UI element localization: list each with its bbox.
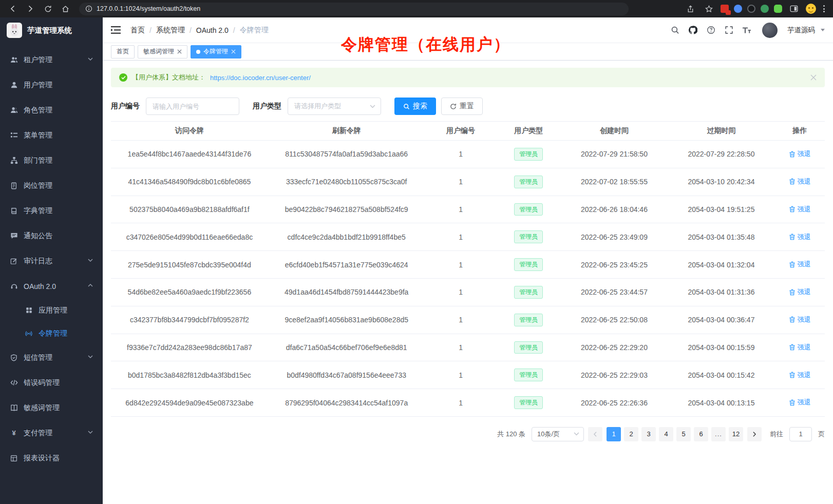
- access-token-cell: 41c41346a548490f9dc8b01c6bfe0865: [111, 168, 268, 196]
- chevron-up-icon: [88, 284, 93, 289]
- sidebar-item-label: 字典管理: [24, 206, 93, 216]
- user-type-badge: 管理员: [514, 396, 543, 409]
- back-icon[interactable]: [6, 2, 20, 15]
- breadcrumb-item[interactable]: 首页: [130, 26, 145, 35]
- sidebar-item-oauth2-token[interactable]: 令牌管理: [0, 322, 103, 345]
- sidebar-item-sensitive-word[interactable]: 敏感词管理: [0, 395, 103, 420]
- next-page-button[interactable]: [747, 427, 762, 441]
- extension-icon[interactable]: [761, 5, 769, 13]
- prev-page-button[interactable]: [588, 427, 602, 441]
- page-size-select[interactable]: 10条/页: [532, 427, 584, 441]
- sidebar-item-role[interactable]: 角色管理: [0, 98, 103, 123]
- sidebar-item-post[interactable]: 岗位管理: [0, 173, 103, 198]
- reload-icon[interactable]: [41, 2, 54, 15]
- access-token-cell: c347026e805e4d99b0d116eae66eda8c: [111, 223, 268, 251]
- app-title: 芋道管理系统: [27, 26, 72, 35]
- user-id-input[interactable]: [146, 98, 239, 115]
- sidebar-item-report-designer[interactable]: 报表设计器: [0, 445, 103, 471]
- force-logout-button[interactable]: 强退: [789, 232, 811, 242]
- force-logout-button[interactable]: 强退: [789, 177, 811, 186]
- browser-toolbar: 127.0.0.1:1024/system/oauth2/token: [0, 0, 833, 17]
- dept-tree-icon: [10, 157, 18, 165]
- goto-page-input[interactable]: [789, 427, 812, 441]
- split-view-icon[interactable]: [787, 2, 801, 15]
- pagination-page-button[interactable]: 6: [694, 427, 708, 441]
- search-icon[interactable]: [670, 26, 679, 35]
- tab-token[interactable]: 令牌管理: [191, 45, 241, 59]
- sidebar-item-sms[interactable]: 短信管理: [0, 345, 103, 370]
- user-id-cell: 1: [425, 361, 497, 389]
- alert-doc-link[interactable]: https://doc.iocoder.cn/user-center/: [210, 74, 311, 82]
- user-type-cell: 管理员: [497, 196, 561, 223]
- extension-icon[interactable]: [747, 5, 755, 13]
- expires-at-cell: 2054-03-10 20:42:34: [668, 168, 775, 196]
- force-logout-button[interactable]: 强退: [789, 371, 811, 380]
- sidebar-item-oauth2[interactable]: OAuth 2.0: [0, 274, 103, 299]
- sidebar-item-error-code[interactable]: 错误码管理: [0, 370, 103, 395]
- extensions-puzzle-icon[interactable]: [774, 5, 782, 13]
- browser-profile-avatar[interactable]: [806, 4, 816, 14]
- tab-home[interactable]: 首页: [111, 45, 135, 59]
- pagination-page-button[interactable]: 3: [641, 427, 656, 441]
- user-type-badge: 管理员: [514, 148, 543, 161]
- sidebar-item-pay[interactable]: ¥ 支付管理: [0, 420, 103, 445]
- user-avatar[interactable]: [762, 23, 778, 38]
- close-icon[interactable]: [231, 49, 236, 54]
- breadcrumb-item[interactable]: 系统管理: [156, 26, 185, 35]
- site-info-icon[interactable]: [85, 5, 92, 12]
- github-icon[interactable]: [688, 26, 697, 35]
- sidebar-item-oauth2-app[interactable]: 应用管理: [0, 299, 103, 322]
- address-bar[interactable]: 127.0.0.1:1024/system/oauth2/token: [79, 3, 629, 15]
- sidebar-item-dict[interactable]: 字典管理: [0, 198, 103, 223]
- font-size-icon[interactable]: [742, 26, 751, 35]
- user-name[interactable]: 芋道源码: [787, 26, 815, 35]
- close-icon[interactable]: [810, 74, 817, 81]
- force-logout-button[interactable]: 强退: [789, 287, 811, 297]
- extension-icon[interactable]: [721, 5, 729, 13]
- tab-sensitive-word[interactable]: 敏感词管理: [138, 45, 187, 59]
- pagination-page-button[interactable]: 4: [659, 427, 673, 441]
- extension-icon[interactable]: [734, 5, 742, 13]
- chevron-down-icon[interactable]: [821, 29, 825, 31]
- pagination-page-button[interactable]: 5: [676, 427, 691, 441]
- user-type-select[interactable]: 请选择用户类型: [288, 98, 381, 115]
- force-logout-button[interactable]: 强退: [789, 260, 811, 269]
- collapse-sidebar-icon[interactable]: [111, 25, 122, 35]
- sidebar-item-user[interactable]: 用户管理: [0, 72, 103, 98]
- sidebar-item-notice[interactable]: 通知公告: [0, 223, 103, 248]
- force-logout-button[interactable]: 强退: [789, 149, 811, 159]
- refresh-token-cell: 49d1aa46d1454fbd87591444423be9fa: [268, 278, 425, 306]
- post-icon: [10, 182, 18, 190]
- pagination-ellipsis[interactable]: ...: [711, 427, 726, 441]
- search-button[interactable]: 搜索: [394, 98, 436, 115]
- bookmark-star-icon[interactable]: [702, 2, 715, 15]
- force-logout-button[interactable]: 强退: [789, 343, 811, 352]
- app-logo-row[interactable]: 芋道管理系统: [0, 17, 103, 43]
- force-logout-button[interactable]: 强退: [789, 205, 811, 214]
- force-logout-label: 强退: [798, 287, 811, 297]
- actions-cell: 强退: [775, 334, 825, 361]
- browser-menu-icon[interactable]: [821, 5, 827, 12]
- forward-icon[interactable]: [24, 2, 37, 15]
- force-logout-button[interactable]: 强退: [789, 315, 811, 324]
- force-logout-button[interactable]: 强退: [789, 398, 811, 407]
- home-icon[interactable]: [59, 2, 72, 15]
- sidebar-item-tenant[interactable]: 租户管理: [0, 47, 103, 72]
- sidebar-item-menu[interactable]: 菜单管理: [0, 123, 103, 148]
- pagination-pages: 123456...12: [607, 427, 743, 441]
- fullscreen-icon[interactable]: [724, 26, 733, 35]
- share-icon[interactable]: [684, 2, 697, 15]
- pagination-page-button[interactable]: 2: [624, 427, 638, 441]
- sidebar-menu: 租户管理 用户管理 角色管理 菜单管理 部门管理 岗位管理: [0, 43, 103, 471]
- sidebar-item-label: 令牌管理: [39, 329, 93, 338]
- breadcrumb-item[interactable]: OAuth 2.0: [196, 26, 229, 34]
- pagination-page-button[interactable]: 1: [607, 427, 621, 441]
- help-icon[interactable]: [706, 26, 715, 35]
- expires-at-cell: 2022-07-29 22:28:50: [668, 141, 775, 168]
- reset-button[interactable]: 重置: [441, 98, 483, 115]
- pagination-page-button[interactable]: 12: [729, 427, 743, 441]
- breadcrumb-separator: /: [233, 26, 235, 34]
- close-icon[interactable]: [177, 49, 182, 54]
- sidebar-item-dept[interactable]: 部门管理: [0, 148, 103, 173]
- sidebar-item-audit-log[interactable]: 审计日志: [0, 248, 103, 274]
